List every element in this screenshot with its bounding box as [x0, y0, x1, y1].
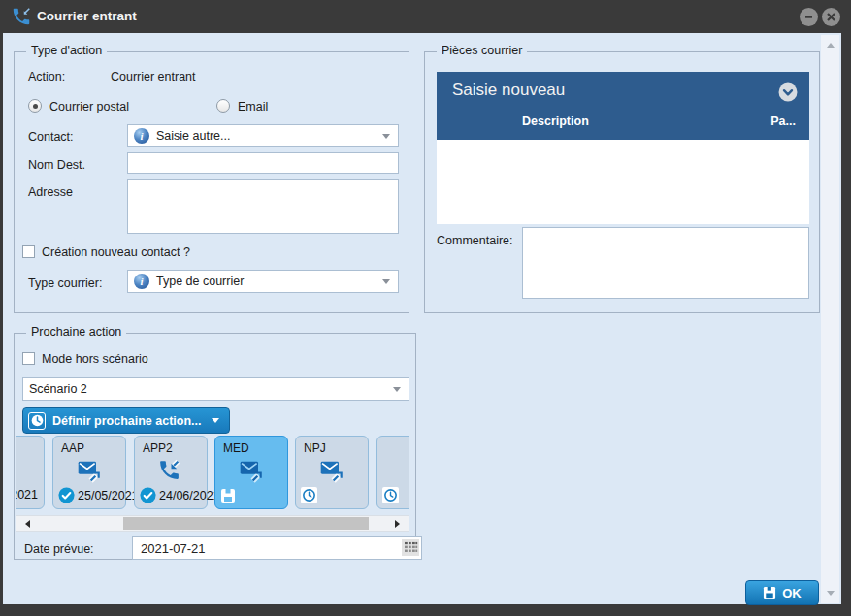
card-date: 24/06/2021: [159, 489, 220, 503]
saisie-nouveau-panel: Saisie nouveau Description Pa...: [437, 72, 809, 140]
mode-hors-scenario-label: Mode hors scénario: [42, 352, 148, 366]
card-code: NPJ: [304, 441, 326, 455]
scenario-select-value: Scénario 2: [29, 382, 87, 396]
nom-dest-input[interactable]: [127, 152, 399, 174]
prochaine-action-legend: Prochaine action: [26, 325, 126, 339]
incoming-mail-phone-icon: [11, 6, 32, 27]
dialog-window: Courrier entrant Type d'action Action: C…: [0, 0, 851, 616]
action-value: Courrier entrant: [111, 70, 196, 83]
type-action-fieldset: Type d'action Action: Courrier entrant C…: [14, 51, 409, 313]
chevron-down-icon: [212, 418, 219, 423]
mail-out-icon: [238, 458, 265, 483]
date-prevue-field: [132, 536, 422, 560]
card-code: MED: [223, 441, 249, 455]
adresse-label: Adresse: [28, 185, 73, 199]
date-prevue-label: Date prévue:: [24, 542, 94, 556]
scrollbar-thumb[interactable]: [123, 517, 369, 530]
scenario-select[interactable]: Scénario 2: [22, 377, 409, 401]
mail-out-icon: [318, 458, 345, 483]
ok-button[interactable]: OK: [745, 580, 819, 605]
chevron-down-icon: [393, 387, 401, 392]
creation-contact-checkbox[interactable]: [22, 245, 35, 258]
mode-hors-scenario-checkbox[interactable]: [22, 352, 35, 365]
contact-select[interactable]: Saisie autre...: [127, 124, 399, 147]
phone-call-icon: [157, 458, 184, 483]
action-card-npj[interactable]: NPJ: [295, 436, 369, 509]
action-card-aap[interactable]: AAP: [52, 436, 126, 509]
type-courrier-select[interactable]: Type de courrier: [127, 270, 399, 293]
check-icon: [140, 487, 156, 503]
type-courrier-select-value: Type de courrier: [156, 275, 244, 288]
column-header-description: Description: [522, 114, 589, 128]
chevron-down-icon: [382, 279, 390, 284]
adresse-textarea[interactable]: [127, 179, 399, 234]
ok-button-label: OK: [782, 586, 802, 600]
collapse-chevron-button[interactable]: [778, 82, 798, 102]
definir-button-label: Définir prochaine action...: [52, 414, 202, 428]
chevron-down-icon: [382, 134, 390, 139]
scroll-left-arrow[interactable]: [25, 520, 30, 528]
close-button[interactable]: [822, 8, 840, 26]
info-icon: [134, 128, 149, 144]
commentaire-label: Commentaire:: [437, 234, 513, 247]
contact-label: Contact:: [28, 130, 74, 144]
save-icon: [220, 488, 236, 503]
mail-out-icon: [76, 458, 103, 483]
action-card-partial-left[interactable]: 2021: [16, 436, 45, 509]
action-label: Action:: [28, 70, 65, 83]
save-icon: [763, 586, 776, 600]
card-code: APP2: [143, 441, 173, 455]
minimize-button[interactable]: [800, 8, 818, 26]
commentaire-textarea[interactable]: [522, 227, 809, 299]
scroll-up-arrow[interactable]: [827, 43, 835, 48]
card-code: AAP: [61, 441, 84, 455]
calendar-icon[interactable]: [402, 539, 419, 556]
type-action-legend: Type d'action: [26, 44, 107, 57]
date-prevue-input[interactable]: [132, 536, 422, 560]
pieces-courrier-legend: Pièces courrier: [437, 44, 527, 57]
scroll-down-arrow[interactable]: [827, 591, 835, 596]
pieces-courrier-fieldset: Pièces courrier Saisie nouveau Descripti…: [424, 51, 820, 313]
clock-icon: [382, 487, 399, 503]
close-icon: [826, 12, 836, 22]
minimize-icon: [803, 12, 814, 22]
card-date: 25/05/2021: [78, 489, 139, 503]
radio-courrier-postal[interactable]: [28, 99, 42, 113]
prochaine-action-fieldset: Prochaine action Mode hors scénario Scén…: [14, 333, 416, 560]
radio-courrier-postal-label: Courrier postal: [49, 100, 129, 113]
card-date: 2021: [16, 488, 38, 502]
type-courrier-label: Type courrier:: [28, 276, 102, 290]
dialog-title: Courrier entrant: [37, 9, 137, 23]
check-icon: [58, 487, 75, 503]
creation-contact-label: Création nouveau contact ?: [42, 245, 190, 259]
radio-email[interactable]: [216, 99, 230, 113]
info-icon: [134, 274, 149, 289]
scroll-right-arrow[interactable]: [395, 520, 400, 528]
action-card-partial-right[interactable]: [376, 436, 409, 509]
column-header-pages: Pa...: [770, 114, 796, 128]
dialog-content: Type d'action Action: Courrier entrant C…: [3, 33, 841, 604]
saisie-nouveau-title: Saisie nouveau: [452, 81, 565, 100]
definir-prochaine-action-button[interactable]: Définir prochaine action...: [22, 407, 230, 434]
titlebar: Courrier entrant: [0, 0, 851, 33]
pieces-list-empty[interactable]: [437, 140, 809, 224]
nom-dest-label: Nom Dest.: [28, 158, 85, 172]
radio-email-label: Email: [238, 100, 268, 113]
action-cards-strip: 2021 AAP: [16, 436, 409, 511]
action-card-app2[interactable]: APP2 24/06/20: [134, 436, 208, 509]
clock-icon: [28, 412, 46, 430]
clock-icon: [301, 487, 317, 503]
cards-scrollbar: [16, 515, 409, 532]
vertical-scrollbar: [821, 35, 839, 603]
action-card-med-selected[interactable]: MED: [214, 436, 288, 509]
contact-select-value: Saisie autre...: [156, 129, 230, 143]
